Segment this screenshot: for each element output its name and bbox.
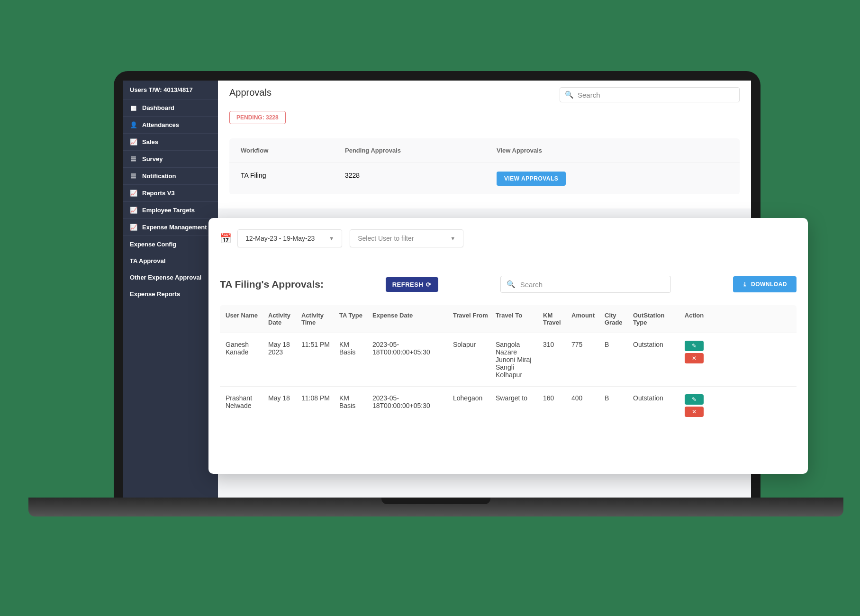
cell-city-grade: B [602,341,630,379]
chart-icon: 📈 [130,138,137,145]
sidebar-item-employee-targets[interactable]: 📈 Employee Targets [123,202,218,219]
edit-button[interactable]: ✎ [685,341,704,351]
sidebar-item-label: Reports V3 [142,190,175,197]
cell-outstation: Outstation [630,394,678,417]
cell-km: 310 [540,341,569,379]
search-input-top[interactable]: 🔍 Search [560,87,740,102]
laptop-notch [381,498,490,504]
search-placeholder: Search [578,91,600,99]
cell-travel-to: Sangola Nazare Junoni Miraj Sangli Kolha… [493,341,540,379]
bell-icon: ☰ [130,172,137,180]
person-icon: 👤 [130,121,137,128]
search-icon: 🔍 [507,280,516,289]
delete-button[interactable]: ✕ [685,407,704,417]
cell-expense-date: 2023-05-18T00:00:00+05:30 [370,341,450,379]
dashboard-icon: ▦ [130,104,137,111]
cell-user: Prashant Nelwade [223,394,265,417]
sidebar-sub-ta-approval[interactable]: TA Approval [123,253,218,269]
user-filter-select[interactable]: Select User to filter ▼ [350,229,463,247]
col-header: OutStation Type [630,312,678,326]
chevron-down-icon: ▼ [329,236,334,241]
sidebar-item-notification[interactable]: ☰ Notification [123,168,218,185]
cell-activity-time: 11:08 PM [299,394,336,417]
date-picker[interactable]: 📅 12-May-23 - 19-May-23 ▼ [220,229,342,247]
close-icon: ✕ [692,408,697,415]
search-placeholder: Search [520,281,543,289]
sidebar-item-label: Dashboard [142,104,174,111]
cell-activity-date: May 18 [265,394,299,417]
chart-icon: 📈 [130,207,137,214]
refresh-label: REFRESH [392,281,424,288]
sidebar-item-label: Survey [142,155,163,163]
chevron-down-icon: ▼ [450,236,455,241]
refresh-icon: ⟳ [426,281,432,288]
pencil-icon: ✎ [692,396,697,403]
sidebar-item-reports[interactable]: 📈 Reports V3 [123,185,218,202]
panel-search-input[interactable]: 🔍 Search [500,276,671,293]
sidebar-item-label: Sales [142,138,158,145]
cell-expense-date: 2023-05-18T00:00:00+05:30 [370,394,450,417]
cell-travel-from: Lohegaon [450,394,493,417]
col-pending: Pending Approvals [345,147,497,154]
cell-city-grade: B [602,394,630,417]
sidebar-item-label: Employee Targets [142,207,195,214]
cell-ta-type: KM Basis [336,394,370,417]
data-table: User Name Activity Date Activity Time TA… [220,305,797,425]
sidebar-sub-expense-config[interactable]: Expense Config [123,236,218,253]
approvals-panel: Approvals 🔍 Search PENDING: 3228 Workflo… [218,81,751,208]
chart-icon: 📈 [130,190,137,197]
cell-user: Ganesh Kanade [223,341,265,379]
panel-title: TA Filing's Approvals: [220,279,324,290]
refresh-button[interactable]: REFRESH ⟳ [386,277,438,292]
cell-km: 160 [540,394,569,417]
col-header: Expense Date [370,312,450,326]
sidebar-item-label: Attendances [142,121,179,128]
cell-travel-to: Swarget to [493,394,540,417]
sidebar-item-dashboard[interactable]: ▦ Dashboard [123,100,218,117]
cell-ta-type: KM Basis [336,341,370,379]
sidebar: Users T/W: 4013/4817 ▦ Dashboard 👤 Atten… [123,81,218,498]
edit-button[interactable]: ✎ [685,394,704,405]
cell-pending: 3228 [345,172,497,186]
sidebar-sub-expense-reports[interactable]: Expense Reports [123,286,218,302]
laptop-base [28,498,843,516]
sidebar-item-attendances[interactable]: 👤 Attendances [123,117,218,134]
col-workflow: Workflow [241,147,345,154]
col-header: User Name [223,312,265,326]
cell-workflow: TA Filing [241,172,345,186]
ta-filing-panel: 📅 12-May-23 - 19-May-23 ▼ Select User to… [208,218,808,474]
sidebar-item-label: Expense Management [142,224,207,231]
delete-button[interactable]: ✕ [685,353,704,363]
sidebar-item-survey[interactable]: ☰ Survey [123,151,218,168]
sidebar-item-label: Notification [142,172,176,180]
cell-outstation: Outstation [630,341,678,379]
col-view: View Approvals [497,147,728,154]
sidebar-sub-other-expense[interactable]: Other Expense Approval [123,269,218,286]
calendar-icon: 📅 [220,233,232,244]
filter-bar: 📅 12-May-23 - 19-May-23 ▼ Select User to… [220,229,797,247]
download-icon: ⤓ [742,281,748,288]
pencil-icon: ✎ [692,343,697,349]
view-approvals-button[interactable]: VIEW APPROVALS [497,172,566,186]
table-row: Prashant Nelwade May 18 11:08 PM KM Basi… [220,386,797,425]
sidebar-header: Users T/W: 4013/4817 [123,81,218,100]
workflow-table: Workflow Pending Approvals View Approval… [229,138,740,194]
col-header: Travel To [493,312,540,326]
table-row: Ganesh Kanade May 18 2023 11:51 PM KM Ba… [220,333,797,386]
survey-icon: ☰ [130,155,137,163]
approvals-title: Approvals [229,87,272,98]
col-header: TA Type [336,312,370,326]
chart-icon: 📈 [130,224,137,231]
sidebar-item-expense-management[interactable]: 📈 Expense Management [123,219,218,236]
download-button[interactable]: ⤓ DOWNLOAD [733,276,797,292]
col-header: Travel From [450,312,493,326]
cell-amount: 400 [569,394,602,417]
table-header: User Name Activity Date Activity Time TA… [220,305,797,333]
cell-activity-time: 11:51 PM [299,341,336,379]
col-header: Activity Time [299,312,336,326]
search-icon: 🔍 [565,91,574,99]
pending-badge[interactable]: PENDING: 3228 [229,111,286,124]
sidebar-item-sales[interactable]: 📈 Sales [123,134,218,151]
cell-travel-from: Solapur [450,341,493,379]
col-header: City Grade [602,312,630,326]
